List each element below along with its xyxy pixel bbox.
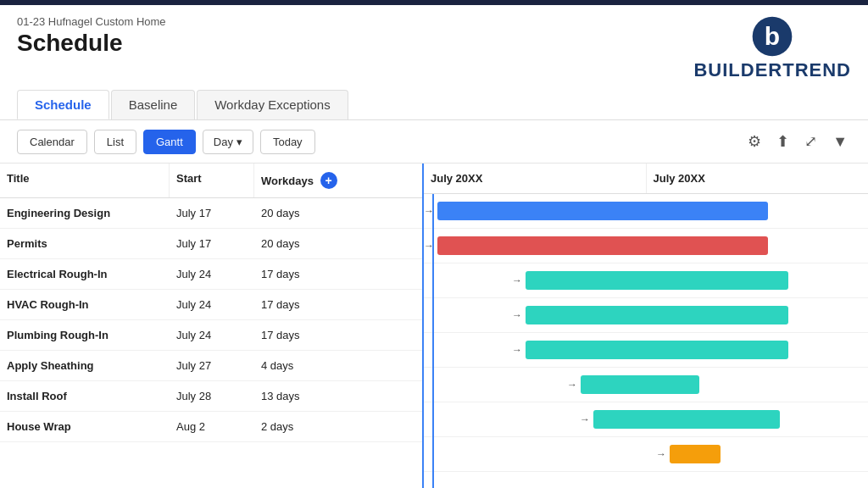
day-dropdown[interactable]: Day ▾	[203, 130, 253, 154]
arrow-icon: →	[512, 344, 522, 356]
cell-title: House Wrap	[0, 412, 170, 441]
cell-start: July 17	[170, 229, 254, 258]
arrow-icon: →	[512, 309, 522, 321]
arrow-icon: →	[656, 448, 666, 460]
cell-title: Permits	[0, 229, 170, 258]
cell-start: Aug 2	[170, 412, 254, 441]
col-title: Title	[0, 164, 170, 197]
chevron-down-icon: ▾	[236, 136, 242, 148]
cell-title: Apply Sheathing	[0, 351, 170, 380]
cell-start: July 17	[170, 198, 254, 228]
gantt-period-2: July 20XX	[647, 164, 869, 193]
gantt-bar-6[interactable]: →	[593, 410, 780, 429]
tab-baseline[interactable]: Baseline	[111, 90, 196, 119]
arrow-icon: →	[512, 274, 522, 286]
main-content: Title Start Workdays + Engineering Desig…	[0, 164, 868, 488]
cell-workdays: 13 days	[254, 381, 364, 411]
table-row[interactable]: House Wrap Aug 2 2 days	[0, 412, 422, 442]
settings-icon[interactable]: ⚙	[744, 129, 765, 154]
list-view-button[interactable]: List	[94, 130, 136, 154]
cell-workdays: 20 days	[254, 229, 364, 258]
gantt-section: July 20XX July 20XX →→→→→→→→	[424, 164, 868, 488]
table-row[interactable]: Permits July 17 20 days	[0, 229, 422, 259]
gantt-bar-0[interactable]: →	[437, 202, 768, 220]
gantt-row-bg	[424, 437, 868, 472]
table-row[interactable]: Plumbing Rough-In July 24 17 days	[0, 320, 422, 351]
expand-icon[interactable]: ⤢	[801, 129, 821, 154]
col-start: Start	[170, 164, 254, 197]
add-task-button[interactable]: +	[320, 172, 337, 189]
gantt-header: July 20XX July 20XX	[424, 164, 868, 194]
tab-workday-exceptions[interactable]: Workday Exceptions	[197, 90, 348, 119]
cell-title: Install Roof	[0, 381, 170, 411]
table-body: Engineering Design July 17 20 days Permi…	[0, 198, 422, 442]
gantt-bar-1[interactable]: →	[437, 236, 768, 255]
table-section: Title Start Workdays + Engineering Desig…	[0, 164, 424, 488]
filter-icon[interactable]: ▼	[829, 130, 851, 154]
cell-title: Electrical Rough-In	[0, 259, 170, 289]
table-row[interactable]: HVAC Rough-In July 24 17 days	[0, 290, 422, 320]
cell-start: July 28	[170, 381, 254, 411]
gantt-bar-5[interactable]: →	[581, 375, 699, 394]
col-workdays: Workdays +	[254, 164, 364, 197]
gantt-bar-7[interactable]: →	[670, 445, 721, 463]
cell-start: July 24	[170, 259, 254, 289]
tabs-bar: Schedule Baseline Workday Exceptions	[0, 81, 868, 120]
gantt-view-button[interactable]: Gantt	[143, 130, 196, 154]
table-header: Title Start Workdays +	[0, 164, 422, 198]
cell-workdays: 20 days	[254, 198, 364, 228]
project-name: 01-23 Hufnagel Custom Home	[17, 15, 166, 28]
table-row[interactable]: Install Roof July 28 13 days	[0, 381, 422, 412]
gantt-bar-3[interactable]: →	[526, 306, 788, 324]
arrow-icon: →	[567, 379, 577, 391]
table-row[interactable]: Engineering Design July 17 20 days	[0, 198, 422, 229]
gantt-period-1: July 20XX	[424, 164, 647, 193]
cell-workdays: 17 days	[254, 290, 364, 319]
cell-workdays: 17 days	[254, 320, 364, 350]
calendar-view-button[interactable]: Calendar	[17, 130, 87, 154]
cell-start: July 24	[170, 320, 254, 350]
svg-text:b: b	[765, 22, 780, 50]
logo-text: BUILDERTREND	[693, 59, 851, 81]
arrow-icon: →	[580, 413, 590, 425]
cell-start: July 24	[170, 290, 254, 319]
cell-start: July 27	[170, 351, 254, 380]
cell-title: Plumbing Rough-In	[0, 320, 170, 350]
logo-area: b BUILDERTREND	[693, 15, 851, 81]
table-row[interactable]: Apply Sheathing July 27 4 days	[0, 351, 422, 381]
gantt-vertical-line	[432, 194, 434, 488]
cell-title: HVAC Rough-In	[0, 290, 170, 319]
gantt-body: →→→→→→→→	[424, 194, 868, 488]
toolbar: Calendar List Gantt Day ▾ Today ⚙ ⬆ ⤢ ▼	[0, 120, 868, 164]
tab-schedule[interactable]: Schedule	[17, 90, 109, 119]
page-title: Schedule	[17, 30, 166, 57]
buildertrend-logo-icon: b	[751, 15, 793, 58]
share-icon[interactable]: ⬆	[773, 129, 793, 154]
cell-title: Engineering Design	[0, 198, 170, 228]
today-button[interactable]: Today	[260, 130, 315, 154]
cell-workdays: 17 days	[254, 259, 364, 289]
gantt-bar-4[interactable]: →	[526, 341, 788, 359]
cell-workdays: 2 days	[254, 412, 364, 441]
table-row[interactable]: Electrical Rough-In July 24 17 days	[0, 259, 422, 290]
cell-workdays: 4 days	[254, 351, 364, 380]
gantt-bar-2[interactable]: →	[526, 271, 788, 290]
